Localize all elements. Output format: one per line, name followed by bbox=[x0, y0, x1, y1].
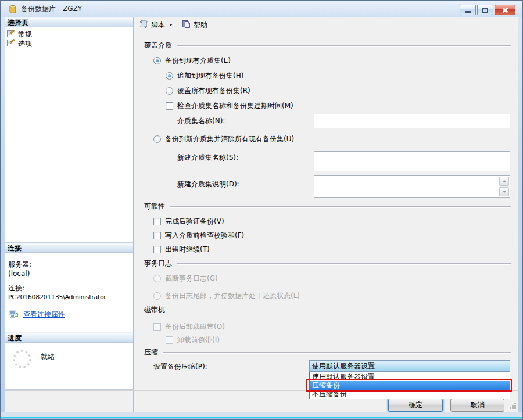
checkbox-check-media-set-name[interactable]: 检查介质集名称和备份集过期时间(M) bbox=[166, 101, 293, 110]
titlebar[interactable]: 备份数据库 - ZGZY bbox=[1, 1, 522, 17]
radio-label: 备份到新介质集并清除所有现有备份集(U) bbox=[165, 134, 294, 144]
window-controls bbox=[460, 5, 515, 15]
new-media-set-name-input[interactable] bbox=[314, 151, 510, 171]
computer-icon bbox=[8, 309, 19, 320]
sidebar-item-label: 选项 bbox=[18, 39, 32, 49]
resize-grip[interactable] bbox=[509, 402, 517, 411]
checkbox-continue-on-error[interactable]: 出错时继续(T) bbox=[153, 245, 210, 254]
group-divider bbox=[170, 310, 511, 311]
group-title: 可靠性 bbox=[144, 202, 165, 211]
progress-panel: 就绪 bbox=[5, 343, 133, 390]
radio-icon[interactable] bbox=[166, 72, 173, 80]
checkbox-label: 备份后卸载磁带(O) bbox=[165, 322, 225, 332]
backup-compression-combobox[interactable]: 使用默认服务器设置 bbox=[309, 360, 510, 372]
radio-backup-log-tail: 备份日志尾部，并使数据库处于还原状态(L) bbox=[153, 291, 300, 300]
scroll-up-button[interactable] bbox=[499, 177, 509, 186]
sidebar: 选择页 常规 bbox=[5, 17, 134, 412]
radio-label: 覆盖所有现有备份集(R) bbox=[177, 86, 250, 96]
sidebar-item-label: 常规 bbox=[18, 30, 32, 40]
server-label: 服务器: bbox=[8, 260, 133, 270]
radio-icon bbox=[153, 292, 161, 300]
radio-icon[interactable] bbox=[153, 135, 161, 143]
radio-backup-existing-media-set[interactable]: 备份到现有介质集(E) bbox=[153, 56, 231, 65]
connection-label: 连接: bbox=[8, 283, 133, 293]
group-divider bbox=[177, 263, 511, 264]
media-set-name-input[interactable] bbox=[314, 114, 510, 128]
checkbox-icon[interactable] bbox=[153, 246, 161, 253]
progress-status: 就绪 bbox=[41, 352, 55, 362]
maximize-button[interactable] bbox=[477, 5, 493, 15]
close-button[interactable] bbox=[495, 5, 515, 15]
checkbox-label: 写入介质前检查校验和(F) bbox=[165, 231, 244, 240]
checkbox-label: 出错时继续(T) bbox=[165, 245, 210, 254]
ok-button[interactable]: 确定 bbox=[388, 399, 443, 412]
arrow-up-icon bbox=[503, 180, 506, 182]
group-transaction-log: 事务日志 bbox=[144, 259, 511, 268]
checkbox-icon[interactable] bbox=[153, 232, 161, 239]
group-title: 磁带机 bbox=[144, 305, 165, 315]
radio-truncate-transaction-log: 截断事务日志(G) bbox=[153, 274, 218, 283]
checkbox-icon[interactable] bbox=[153, 218, 161, 225]
minimize-icon bbox=[465, 11, 471, 13]
radio-icon[interactable] bbox=[166, 87, 173, 95]
new-media-set-description-label: 新建介质集说明(D): bbox=[177, 180, 239, 189]
script-icon bbox=[139, 20, 148, 30]
maximize-icon bbox=[482, 8, 488, 13]
script-button[interactable]: 脚本 bbox=[139, 20, 173, 30]
window-bottom-border bbox=[1, 412, 522, 419]
radio-label: 备份日志尾部，并使数据库处于还原状态(L) bbox=[165, 291, 300, 301]
radio-overwrite-all-backup-sets[interactable]: 覆盖所有现有备份集(R) bbox=[166, 86, 250, 95]
radio-icon[interactable] bbox=[153, 57, 161, 64]
property-page-icon bbox=[7, 39, 15, 48]
page-list: 常规 选项 bbox=[5, 27, 133, 243]
checkbox-label: 卸载前倒带(I) bbox=[177, 335, 220, 345]
group-reliability: 可靠性 bbox=[144, 202, 511, 211]
combobox-value: 使用默认服务器设置 bbox=[310, 361, 510, 371]
new-media-set-description-textarea[interactable] bbox=[314, 175, 510, 198]
minimize-button[interactable] bbox=[460, 5, 476, 15]
checkbox-checksum[interactable]: 写入介质前检查校验和(F) bbox=[153, 231, 244, 240]
checkbox-label: 完成后验证备份(V) bbox=[165, 217, 224, 227]
radio-label: 截断事务日志(G) bbox=[165, 274, 218, 283]
group-divider bbox=[170, 206, 511, 207]
radio-icon bbox=[153, 275, 161, 282]
group-title: 事务日志 bbox=[144, 259, 172, 268]
checkbox-rewind-before-unload: 卸载前倒带(I) bbox=[166, 335, 220, 344]
set-backup-compression-label: 设置备份压缩(P): bbox=[153, 362, 207, 371]
new-media-set-name-label: 新建介质集名称(S): bbox=[177, 153, 238, 162]
select-page-title: 选择页 bbox=[8, 19, 28, 27]
sidebar-item-general[interactable]: 常规 bbox=[5, 30, 133, 39]
scroll-down-button[interactable] bbox=[499, 187, 509, 196]
arrow-down-icon bbox=[503, 191, 506, 193]
checkbox-icon[interactable] bbox=[166, 102, 173, 110]
connection-panel: 服务器: (local) 连接: PC201608201135\Administ… bbox=[5, 253, 133, 332]
annotation-highlight-box bbox=[306, 379, 512, 392]
progress-header: 进度 bbox=[5, 333, 133, 343]
window-title: 备份数据库 - ZGZY bbox=[21, 4, 82, 14]
group-tape-drive: 磁带机 bbox=[144, 306, 511, 314]
sidebar-item-options[interactable]: 选项 bbox=[5, 39, 133, 48]
help-button[interactable]: 帮助 bbox=[182, 20, 207, 30]
checkbox-verify-backup[interactable]: 完成后验证备份(V) bbox=[153, 217, 224, 226]
spinner-icon bbox=[13, 350, 31, 368]
select-page-header: 选择页 bbox=[5, 17, 133, 27]
group-divider bbox=[177, 45, 511, 46]
checkbox-unload-tape: 备份后卸载磁带(O) bbox=[153, 322, 225, 331]
help-button-label: 帮助 bbox=[194, 20, 207, 30]
connection-value: PC201608201135\Administrator bbox=[8, 293, 133, 301]
textarea-scrollbar bbox=[499, 177, 509, 196]
chevron-down-icon bbox=[169, 24, 173, 26]
radio-label: 备份到现有介质集(E) bbox=[165, 56, 231, 66]
media-set-name-label: 介质集名称(N): bbox=[177, 116, 225, 125]
radio-backup-new-media-set[interactable]: 备份到新介质集并清除所有现有备份集(U) bbox=[153, 134, 294, 143]
radio-label: 追加到现有备份集(H) bbox=[177, 71, 243, 81]
server-value: (local) bbox=[8, 270, 133, 278]
backup-database-dialog: 备份数据库 - ZGZY 选择页 bbox=[0, 0, 523, 420]
database-icon bbox=[8, 5, 17, 14]
cancel-button[interactable]: 取消 bbox=[450, 399, 504, 412]
checkbox-label: 检查介质集名称和备份集过期时间(M) bbox=[177, 101, 293, 111]
radio-append-existing-backup-set[interactable]: 追加到现有备份集(H) bbox=[166, 71, 243, 80]
view-connection-properties-link[interactable]: 查看连接属性 bbox=[23, 310, 65, 320]
property-page-icon bbox=[7, 30, 15, 39]
group-title: 覆盖介质 bbox=[144, 41, 172, 51]
